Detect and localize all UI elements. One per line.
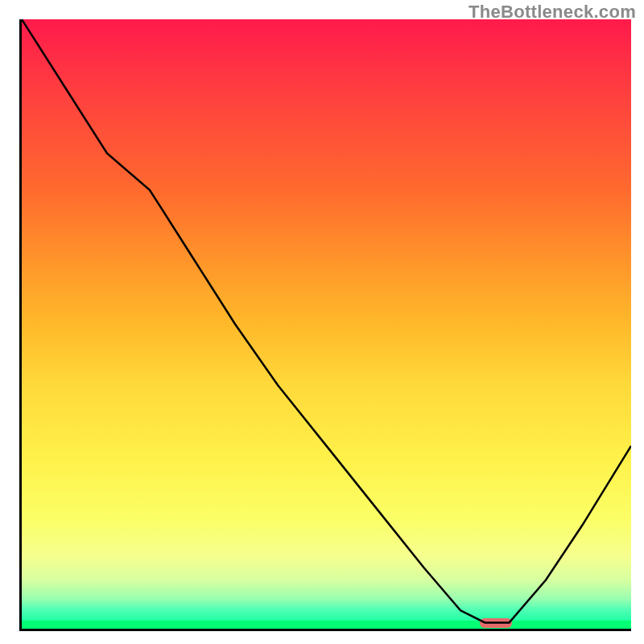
bottleneck-curve (22, 19, 631, 629)
chart-container: TheBottleneck.com (0, 0, 644, 644)
plot-area (19, 19, 631, 631)
